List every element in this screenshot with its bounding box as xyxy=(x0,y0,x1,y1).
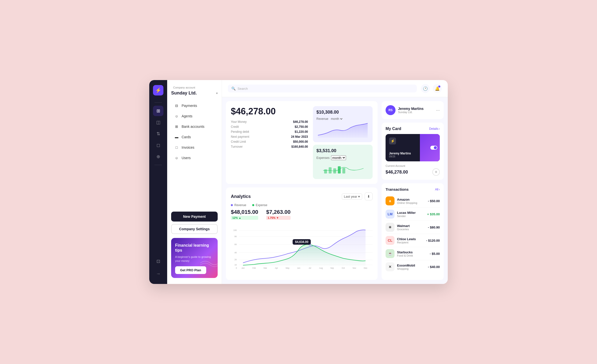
pending-debit-label: Pending debit xyxy=(231,130,249,134)
user-details: Jeremy Martins Sunday Ltd. xyxy=(398,107,424,114)
notification-button[interactable]: 🔔 xyxy=(433,84,442,93)
more-options-button[interactable]: ··· xyxy=(436,108,440,113)
nav-inbox-icon[interactable]: ◫ xyxy=(153,117,163,128)
sidebar-item-invoices[interactable]: □ Invoices xyxy=(171,142,218,152)
summary-row-pending: Pending debit $1,220.00 xyxy=(231,130,308,134)
transactions-section: Transactions All › a Amazon Online Shopp… xyxy=(382,183,444,280)
tx-avatar: ✳ xyxy=(386,223,395,232)
card-toggle[interactable] xyxy=(430,146,437,150)
card-right xyxy=(420,134,440,161)
summary-row-next-payment: Next payment 24 Mar 2023 xyxy=(231,135,308,138)
tx-sub: Groceries xyxy=(397,228,425,231)
next-payment-label: Next payment xyxy=(231,135,249,138)
add-account-button[interactable]: + xyxy=(432,168,440,176)
svg-text:Oct: Oct xyxy=(342,267,345,269)
nav-chat-icon[interactable]: ◻ xyxy=(153,140,163,150)
expense-label: Expenses month year xyxy=(316,155,369,160)
svg-text:Apr: Apr xyxy=(275,267,278,269)
summary-right: $10,308.00 Revenue month year xyxy=(313,106,373,179)
user-name: Jeremy Martins xyxy=(398,107,424,111)
current-account-amount: $46,278.00 xyxy=(386,170,408,175)
layout-icon[interactable]: ⊡ xyxy=(153,256,163,267)
svg-text:4K: 4K xyxy=(234,252,237,254)
expense-legend-dot xyxy=(252,204,254,206)
revenue-mini-chart: $10,308.00 Revenue month year xyxy=(313,106,373,142)
nav-settings-icon[interactable]: ⊕ xyxy=(153,151,163,162)
clock-button[interactable]: 🕐 xyxy=(421,84,430,93)
expense-amount: $3,531.00 xyxy=(316,148,369,153)
icon-sidebar: ⚡ ⊞ ◫ ⇅ ◻ ⊕ ⊡ → xyxy=(149,80,167,284)
notification-dot xyxy=(438,86,440,88)
card-details-link[interactable]: Details › xyxy=(429,127,440,131)
sidebar-divider-bottom xyxy=(154,165,162,165)
tx-info: Lucas Miller Sender xyxy=(397,211,425,218)
svg-point-31 xyxy=(309,244,310,245)
transactions-list: a Amazon Online Shopping - $50.00 LM Luc… xyxy=(386,194,440,273)
agents-icon: ☺ xyxy=(174,114,179,119)
svg-text:Mar: Mar xyxy=(263,267,267,269)
analytics-expense-amount: $7,263.00 xyxy=(266,209,291,215)
sidebar-item-payments[interactable]: ⊟ Payments xyxy=(171,101,218,111)
cards-label: Cards xyxy=(182,135,191,139)
sidebar-item-bank-accounts[interactable]: ⊞ Bank accounts xyxy=(171,122,218,132)
logout-icon[interactable]: → xyxy=(153,269,163,279)
revenue-up-icon: ▲ xyxy=(239,216,241,219)
svg-text:Aug: Aug xyxy=(319,267,323,269)
transactions-all-link[interactable]: All › xyxy=(435,188,440,191)
sidebar-item-agents[interactable]: ☺ Agents xyxy=(171,111,218,121)
tx-amount: - $80.90 xyxy=(428,226,440,229)
company-header: Sunday Ltd. ▾ xyxy=(171,91,218,96)
tx-name: Starbucks xyxy=(397,250,427,254)
revenue-legend-item: Revenue xyxy=(231,203,246,207)
revenue-change-value: 12% xyxy=(232,216,238,219)
nav-transfer-icon[interactable]: ⇅ xyxy=(153,129,163,139)
users-label: Users xyxy=(182,156,191,160)
transaction-item: a Amazon Online Shopping - $50.00 xyxy=(386,194,440,208)
period-selector[interactable]: Last year ▾ xyxy=(342,193,362,200)
svg-text:2K: 2K xyxy=(234,259,237,261)
current-account-row: $46,278.00 + xyxy=(386,168,440,176)
summary-left: $46,278.00 Your Money $46,278.00 Credit … xyxy=(231,106,308,179)
my-card-section: My Card Details › ⚡ Jeremy Martins 09/26 xyxy=(382,123,444,180)
download-button[interactable]: ⬇ xyxy=(365,192,373,200)
tx-name: ExxonMobil xyxy=(397,264,425,267)
users-icon: ☺ xyxy=(174,155,179,160)
svg-text:Sep: Sep xyxy=(330,267,334,269)
company-name: Sunday Ltd. xyxy=(171,91,197,96)
revenue-label: Revenue month year xyxy=(316,117,369,121)
transaction-item: ☕ Starbucks Food & Drink - $5.00 xyxy=(386,247,440,260)
sidebar-item-users[interactable]: ☺ Users xyxy=(171,153,218,163)
svg-text:6K: 6K xyxy=(234,243,237,246)
card-left: ⚡ Jeremy Martins 09/26 xyxy=(386,134,420,161)
right-panel: RS Jeremy Martins Sunday Ltd. ··· My Car… xyxy=(382,101,444,280)
svg-text:Jun: Jun xyxy=(297,267,300,269)
invoices-icon: □ xyxy=(174,145,179,150)
company-settings-button[interactable]: Company Settings xyxy=(171,224,218,234)
tx-avatar: LM xyxy=(386,210,395,219)
sidebar-item-cards[interactable]: ▬ Cards xyxy=(171,132,218,142)
revenue-period-select[interactable]: month year xyxy=(330,117,343,121)
pending-debit-value: $1,220.00 xyxy=(295,130,308,134)
revenue-change-badge: 12% ▲ xyxy=(231,216,258,220)
expense-period-select[interactable]: month year xyxy=(331,155,346,160)
revenue-legend-dot xyxy=(231,204,233,206)
cards-icon: ▬ xyxy=(174,135,179,139)
chevron-down-icon[interactable]: ▾ xyxy=(216,91,218,95)
tx-sub: Food & Drink xyxy=(397,254,427,257)
revenue-chart-svg xyxy=(316,123,369,138)
tx-info: Starbucks Food & Drink xyxy=(397,250,427,257)
svg-text:0: 0 xyxy=(236,267,237,269)
nav-home-icon[interactable]: ⊞ xyxy=(153,106,163,116)
summary-row-your-money: Your Money $46,278.00 xyxy=(231,120,308,124)
tx-avatar: ☕ xyxy=(386,249,395,258)
period-chevron-icon: ▾ xyxy=(358,195,360,198)
search-bar[interactable]: 🔍 Search xyxy=(228,85,417,92)
tx-amount: - $5.00 xyxy=(430,252,440,256)
expense-chart-svg xyxy=(316,162,369,175)
new-payment-button[interactable]: New Payment xyxy=(171,212,218,222)
tx-sub: Sender xyxy=(397,215,425,218)
revenue-value-block: $48,015.00 12% ▲ xyxy=(231,209,258,220)
svg-rect-4 xyxy=(342,168,345,174)
all-label: All xyxy=(435,188,438,191)
svg-text:Jul: Jul xyxy=(308,267,311,269)
